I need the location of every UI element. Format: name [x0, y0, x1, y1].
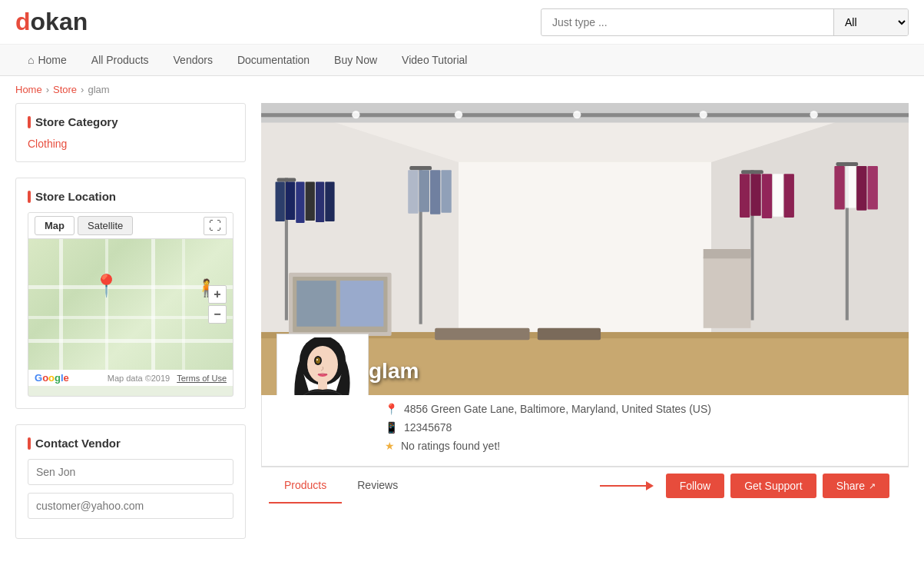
svg-rect-44: [846, 166, 856, 208]
logo-rest: okan: [31, 8, 88, 35]
nav-video-tutorial-label: Video Tutorial: [402, 54, 467, 66]
breadcrumb: Home › Store › glam: [0, 76, 924, 103]
map-pin[interactable]: 📍: [93, 273, 120, 298]
tab-products[interactable]: Products: [269, 468, 342, 504]
svg-rect-35: [741, 170, 763, 174]
svg-rect-51: [435, 328, 529, 340]
svg-rect-38: [762, 174, 772, 218]
nav-vendors[interactable]: Vendors: [161, 45, 225, 75]
tab-reviews[interactable]: Reviews: [342, 468, 413, 504]
contact-vendor-section: Contact Vendor: [15, 424, 246, 539]
store-name-banner: glam: [369, 359, 419, 384]
svg-point-15: [573, 111, 581, 118]
main-nav: ⌂ Home All Products Vendors Documentatio…: [0, 45, 924, 76]
map-tab-satellite[interactable]: Satellite: [78, 216, 133, 235]
nav-documentation[interactable]: Documentation: [225, 45, 322, 75]
map-zoom-controls: + −: [208, 285, 227, 324]
store-address: 4856 Green Gate Lane, Baltimore, Marylan…: [404, 403, 711, 415]
nav-home-label: Home: [38, 54, 66, 66]
header: dokan All Products Vendors: [0, 0, 924, 45]
map-area[interactable]: 📍 🧍 + −: [28, 239, 233, 370]
svg-point-58: [316, 357, 320, 364]
breadcrumb-sep-1: ›: [46, 84, 49, 95]
svg-rect-53: [704, 257, 751, 328]
nav-home[interactable]: ⌂ Home: [15, 45, 79, 75]
breadcrumb-home[interactable]: Home: [15, 84, 42, 95]
search-bar: All Products Vendors: [541, 8, 909, 36]
store-category-title: Store Category: [28, 115, 233, 128]
phone-icon: 📱: [385, 421, 398, 434]
breadcrumb-sep-2: ›: [81, 84, 84, 95]
map-zoom-in[interactable]: +: [208, 285, 227, 304]
svg-rect-54: [704, 249, 751, 258]
share-button[interactable]: Share ↗: [823, 474, 889, 498]
contact-name-input[interactable]: [28, 459, 233, 485]
svg-point-16: [700, 111, 707, 118]
svg-point-59: [316, 359, 318, 361]
map-tabs: Map Satellite ⛶: [28, 213, 233, 239]
main-layout: Store Category Clothing Store Location M…: [0, 103, 924, 554]
map-terms-link[interactable]: Terms of Use: [177, 374, 227, 383]
svg-rect-33: [441, 170, 451, 213]
map-zoom-out[interactable]: −: [208, 305, 227, 324]
store-tabs-actions-bar: Products Reviews Follow Get Support Shar…: [261, 467, 909, 504]
svg-rect-22: [276, 182, 285, 221]
svg-rect-10: [459, 162, 711, 336]
svg-rect-31: [419, 170, 429, 211]
star-icon: ★: [385, 440, 395, 452]
store-phone-row: 📱 12345678: [385, 421, 893, 434]
svg-rect-40: [784, 174, 794, 218]
store-banner: glam: [261, 103, 909, 395]
svg-rect-23: [286, 182, 295, 220]
search-input[interactable]: [541, 10, 833, 35]
svg-rect-3: [59, 239, 63, 370]
svg-rect-4: [105, 239, 108, 370]
nav-buy-now[interactable]: Buy Now: [322, 45, 389, 75]
map-container: Map Satellite ⛶: [28, 212, 233, 397]
svg-rect-6: [182, 239, 185, 370]
svg-point-13: [352, 111, 359, 118]
svg-rect-24: [296, 182, 304, 223]
store-logo: [277, 334, 369, 395]
share-label: Share: [836, 480, 865, 492]
map-footer: Google Map data ©2019 Terms of Use: [28, 370, 233, 386]
store-info-section: glam: [261, 103, 909, 504]
svg-rect-26: [316, 182, 324, 222]
svg-rect-25: [306, 182, 315, 221]
svg-rect-46: [868, 166, 878, 210]
get-support-button[interactable]: Get Support: [730, 474, 816, 498]
home-icon: ⌂: [28, 54, 34, 66]
svg-rect-36: [740, 174, 750, 218]
logo[interactable]: dokan: [15, 8, 88, 36]
svg-point-17: [810, 111, 817, 118]
svg-rect-43: [834, 166, 844, 210]
svg-rect-5: [151, 239, 155, 370]
store-address-row: 📍 4856 Green Gate Lane, Baltimore, Maryl…: [385, 403, 893, 415]
svg-rect-29: [409, 166, 432, 170]
map-fullscreen-button[interactable]: ⛶: [204, 217, 227, 235]
map-roads-svg: [28, 239, 233, 370]
store-category-section: Store Category Clothing: [15, 103, 246, 162]
contact-email-input[interactable]: [28, 493, 233, 519]
search-category-select[interactable]: All Products Vendors: [833, 9, 908, 35]
svg-rect-45: [856, 166, 866, 211]
store-location-section: Store Location Map Satellite ⛶: [15, 178, 246, 409]
nav-video-tutorial[interactable]: Video Tutorial: [389, 45, 479, 75]
map-data-label: Map data ©2019 Terms of Use: [108, 374, 227, 383]
svg-rect-50: [340, 281, 384, 327]
store-rating: No ratings found yet!: [401, 440, 500, 452]
follow-button[interactable]: Follow: [666, 474, 724, 498]
google-logo: Google: [35, 372, 69, 384]
map-tab-map[interactable]: Map: [35, 216, 75, 235]
nav-all-products-label: All Products: [91, 54, 149, 66]
clothing-category-link[interactable]: Clothing: [28, 138, 67, 150]
svg-rect-42: [836, 162, 858, 166]
breadcrumb-store[interactable]: Store: [53, 84, 77, 95]
nav-documentation-label: Documentation: [237, 54, 310, 66]
nav-all-products[interactable]: All Products: [79, 45, 161, 75]
svg-rect-32: [430, 170, 440, 214]
store-action-buttons: Follow Get Support Share ↗: [588, 467, 901, 504]
svg-point-56: [307, 346, 338, 383]
logo-d: d: [15, 8, 31, 35]
nav-vendors-label: Vendors: [174, 54, 213, 66]
